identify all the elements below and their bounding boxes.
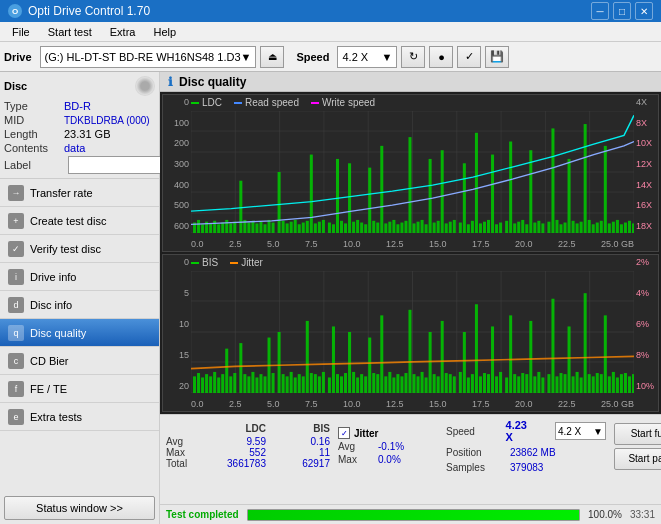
speed-dropdown[interactable]: 4.2 X ▼ [555,422,606,440]
svg-rect-33 [255,223,258,233]
svg-rect-95 [513,223,516,233]
svg-rect-176 [340,376,343,393]
svg-rect-196 [421,372,424,393]
status-window-button[interactable]: Status window >> [4,496,155,520]
svg-rect-42 [294,220,297,233]
svg-rect-157 [259,374,262,393]
svg-rect-119 [612,222,615,233]
menu-help[interactable]: Help [145,24,184,40]
start-full-button[interactable]: Start full [614,423,661,445]
samples-val: 379083 [510,462,543,473]
time-text: 33:31 [630,509,655,520]
svg-rect-82 [459,223,462,233]
sidebar-item-disc-info[interactable]: d Disc info [0,291,159,319]
burn-button[interactable]: ● [429,46,453,68]
menu-file[interactable]: File [4,24,38,40]
svg-rect-235 [584,293,587,393]
legend-read-speed-label: Read speed [245,97,299,108]
stats-ldc-header: LDC [202,423,266,434]
svg-rect-112 [584,124,587,233]
disc-info-label: Disc info [30,299,72,311]
refresh-button[interactable]: ↻ [401,46,425,68]
svg-rect-78 [441,150,444,233]
svg-rect-44 [302,223,305,233]
svg-rect-148 [221,374,224,393]
maximize-button[interactable]: □ [613,2,631,20]
svg-rect-27 [229,223,232,233]
sidebar-item-create-test-disc[interactable]: + Create test disc [0,207,159,235]
svg-rect-51 [332,224,335,233]
sidebar-item-extra-tests[interactable]: e Extra tests [0,403,159,431]
drive-toolbar: Drive (G:) HL-DT-ST BD-RE WH16NS48 1.D3 … [0,42,661,72]
svg-rect-234 [580,377,583,393]
menu-start-test[interactable]: Start test [40,24,100,40]
minimize-button[interactable]: ─ [591,2,609,20]
sidebar-item-transfer-rate[interactable]: → Transfer rate [0,179,159,207]
window-controls: ─ □ ✕ [591,2,653,20]
sidebar-item-fe-te[interactable]: f FE / TE [0,375,159,403]
disc-icon[interactable] [135,76,155,96]
svg-rect-172 [322,372,325,393]
stats-max-bis: 11 [266,447,330,458]
svg-rect-163 [286,376,289,393]
svg-rect-115 [596,223,599,233]
svg-rect-26 [225,220,228,233]
close-button[interactable]: ✕ [635,2,653,20]
svg-rect-96 [517,222,520,233]
chart1-svg [191,111,634,233]
sidebar-item-disc-quality[interactable]: q Disc quality [0,319,159,347]
svg-rect-22 [209,223,212,233]
speed-selector[interactable]: 4.2 X ▼ [337,46,397,68]
disc-contents-label: Contents [4,142,64,154]
drive-selector[interactable]: (G:) HL-DT-ST BD-RE WH16NS48 1.D3 ▼ [40,46,257,68]
svg-rect-107 [564,223,567,233]
svg-rect-67 [396,224,399,233]
svg-rect-86 [475,133,478,233]
disc-quality-header-icon: ℹ [168,75,173,89]
svg-rect-221 [525,374,528,393]
svg-rect-151 [233,373,236,393]
disc-contents-row: Contents data [4,142,155,154]
svg-rect-70 [408,137,411,233]
svg-rect-149 [225,349,228,393]
verify-button[interactable]: ✓ [457,46,481,68]
svg-rect-189 [392,377,395,393]
menu-extra[interactable]: Extra [102,24,144,40]
legend-read-speed: Read speed [234,97,299,108]
main-layout: Disc Type BD-R MID TDKBLDRBA (000) Lengt… [0,72,661,524]
sidebar-item-verify-test-disc[interactable]: ✓ Verify test disc [0,235,159,263]
svg-rect-199 [433,374,436,393]
svg-rect-80 [449,222,452,233]
create-test-disc-label: Create test disc [30,215,106,227]
jitter-checkbox[interactable]: ✓ [338,427,350,439]
svg-rect-223 [533,376,536,393]
menu-bar: File Start test Extra Help [0,22,661,42]
svg-rect-54 [344,223,347,233]
disc-quality-icon: q [8,325,24,341]
svg-rect-108 [568,159,571,233]
svg-rect-153 [243,374,246,393]
svg-rect-224 [537,372,540,393]
svg-rect-77 [437,221,440,233]
svg-rect-60 [368,168,371,233]
save-button[interactable]: 💾 [485,46,509,68]
stats-empty-header [166,423,202,434]
svg-rect-117 [604,146,607,233]
eject-button[interactable]: ⏏ [260,46,284,68]
svg-rect-195 [417,376,420,393]
svg-rect-175 [336,374,339,393]
svg-rect-168 [306,321,309,393]
jitter-header: ✓ Jitter [338,427,438,439]
start-part-button[interactable]: Start part [614,448,661,470]
progress-bar-container [247,509,580,521]
svg-rect-46 [310,155,313,233]
sidebar-item-cd-bier[interactable]: c CD Bier [0,347,159,375]
svg-rect-246 [628,376,631,393]
svg-rect-116 [600,221,603,233]
svg-rect-24 [217,224,220,233]
svg-rect-237 [592,376,595,393]
bottom-bar: Test completed 100.0% 33:31 [160,504,661,524]
stats-avg-ldc: 9.59 [202,436,266,447]
sidebar-item-drive-info[interactable]: i Drive info [0,263,159,291]
svg-rect-102 [541,223,544,233]
